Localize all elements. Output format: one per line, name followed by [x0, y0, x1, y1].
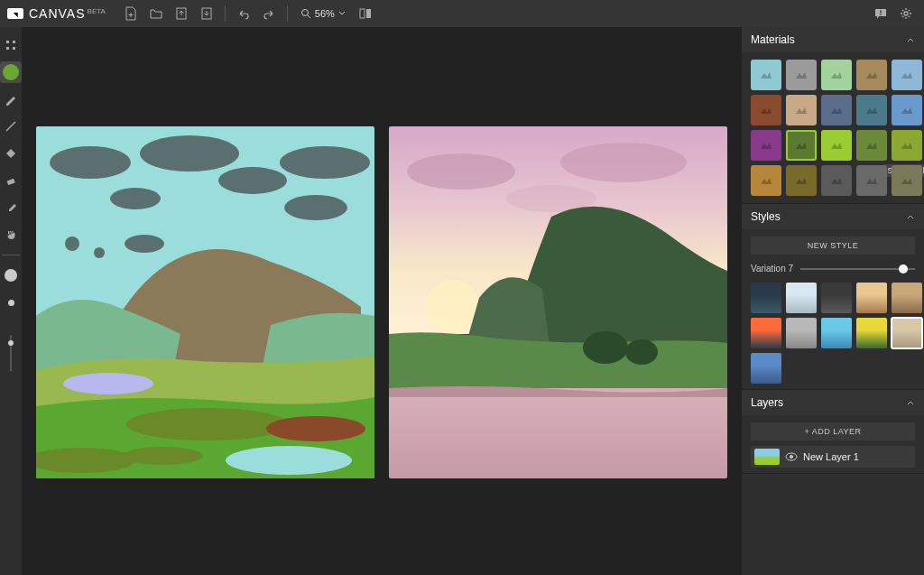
add-layer-button[interactable]: + ADD LAYER — [751, 422, 915, 441]
variation-slider-row: Variation 7 — [742, 260, 924, 277]
main: Materials Stone Wall Styles NEW STYLE Va… — [0, 27, 924, 575]
material-sand[interactable] — [751, 165, 781, 196]
svg-point-13 — [218, 167, 287, 194]
pencil-tool[interactable] — [0, 88, 22, 110]
material-sea[interactable] — [856, 95, 887, 125]
svg-point-12 — [140, 135, 239, 172]
materials-header[interactable]: Materials — [742, 27, 924, 52]
layers-header[interactable]: Layers — [742, 390, 924, 415]
pan-tool[interactable] — [0, 224, 22, 246]
feedback-button[interactable] — [870, 3, 892, 24]
style-thumb[interactable] — [751, 318, 781, 348]
svg-rect-33 — [389, 388, 727, 478]
new-file-button[interactable] — [120, 3, 142, 24]
material-road[interactable] — [856, 165, 887, 196]
material-icon — [759, 140, 773, 151]
material-icon — [900, 140, 914, 151]
style-thumb[interactable] — [856, 318, 887, 348]
material-sky[interactable] — [751, 60, 781, 90]
separator — [287, 5, 288, 22]
material-bush[interactable] — [821, 130, 852, 161]
chevron-down-icon — [338, 10, 346, 17]
svg-point-16 — [110, 188, 161, 209]
material-snow[interactable] — [821, 95, 852, 125]
settings-button[interactable] — [895, 3, 917, 24]
svg-rect-7 — [880, 14, 881, 15]
svg-rect-6 — [880, 11, 881, 14]
eraser-tool[interactable] — [0, 170, 22, 191]
material-icon — [900, 175, 914, 186]
layer-row[interactable]: New Layer 1 — [751, 446, 915, 468]
eyedropper-tool[interactable] — [0, 197, 22, 218]
svg-point-28 — [560, 143, 687, 182]
material-stone-wall[interactable]: Stone Wall — [892, 130, 922, 161]
style-thumb[interactable] — [786, 318, 817, 348]
svg-point-8 — [904, 12, 908, 15]
visibility-icon[interactable] — [785, 450, 798, 463]
svg-point-30 — [425, 280, 479, 334]
nvidia-logo-icon: ◥ — [7, 8, 23, 19]
output-canvas[interactable] — [389, 126, 727, 478]
line-tool[interactable] — [0, 116, 22, 137]
material-grass[interactable] — [786, 130, 817, 161]
svg-point-19 — [125, 235, 164, 253]
material-flower[interactable] — [751, 130, 781, 161]
material-tree[interactable] — [856, 130, 887, 161]
brush-tool[interactable] — [0, 61, 22, 83]
move-tool[interactable] — [0, 34, 22, 56]
svg-point-14 — [280, 146, 370, 179]
styles-header[interactable]: Styles — [742, 204, 924, 229]
material-hill[interactable] — [821, 60, 852, 90]
material-dirt[interactable] — [856, 60, 887, 90]
right-panel: Materials Stone Wall Styles NEW STYLE Va… — [742, 27, 924, 575]
svg-rect-3 — [360, 9, 365, 18]
style-thumb[interactable] — [821, 283, 852, 313]
open-file-button[interactable] — [145, 3, 167, 24]
material-cloud[interactable] — [786, 60, 817, 90]
variation-slider[interactable] — [800, 268, 915, 270]
material-icon — [794, 70, 808, 80]
material-icon — [759, 175, 773, 186]
material-mud[interactable] — [751, 95, 781, 125]
material-icon — [829, 175, 844, 186]
layers-title: Layers — [751, 396, 783, 409]
new-style-button[interactable]: NEW STYLE — [751, 236, 915, 255]
material-icon — [900, 70, 914, 80]
material-icon — [864, 140, 879, 151]
material-wood[interactable] — [892, 165, 922, 196]
export-button[interactable] — [196, 3, 217, 24]
undo-button[interactable] — [233, 3, 254, 24]
segmentation-canvas[interactable] — [36, 126, 374, 478]
material-rock[interactable] — [786, 165, 817, 196]
style-thumb[interactable] — [892, 318, 922, 348]
style-thumb[interactable] — [751, 283, 781, 313]
material-river[interactable] — [892, 95, 922, 125]
slider-thumb[interactable] — [899, 264, 908, 274]
redo-button[interactable] — [258, 3, 280, 24]
svg-point-17 — [65, 236, 79, 251]
compare-view-button[interactable] — [355, 3, 376, 24]
style-thumb[interactable] — [751, 353, 781, 384]
material-icon — [864, 105, 879, 116]
style-thumb[interactable] — [892, 283, 922, 313]
style-thumb[interactable] — [856, 283, 887, 313]
svg-point-25 — [226, 446, 352, 475]
styles-title: Styles — [751, 210, 781, 223]
zoom-value: 56% — [315, 8, 335, 19]
brush-size-slider[interactable] — [10, 335, 12, 371]
material-icon — [829, 140, 844, 151]
save-button[interactable] — [171, 3, 192, 24]
material-water[interactable] — [892, 60, 922, 90]
material-icon — [759, 105, 773, 116]
brush-size-small[interactable] — [0, 292, 22, 313]
svg-point-2 — [301, 10, 308, 16]
brush-size-large[interactable] — [0, 264, 22, 286]
material-fog[interactable] — [786, 95, 817, 125]
zoom-control[interactable]: 56% — [300, 8, 346, 19]
style-thumb[interactable] — [786, 283, 817, 313]
material-gravel[interactable] — [821, 165, 852, 196]
app-header: ◥ CANVASBETA 56% — [0, 0, 924, 27]
svg-point-20 — [63, 373, 153, 394]
style-thumb[interactable] — [821, 318, 852, 348]
fill-tool[interactable] — [0, 143, 22, 164]
